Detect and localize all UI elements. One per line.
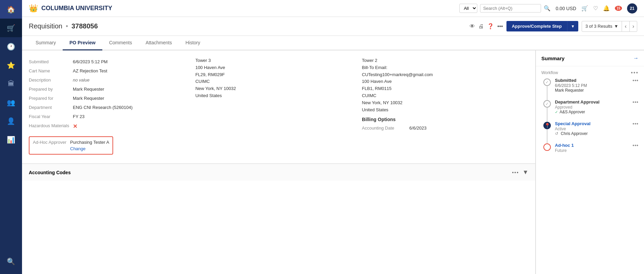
description-row: Description no value [29,75,189,85]
sidebar-item-star[interactable]: ⭐ [0,56,22,74]
sidebar-item-users[interactable]: 👥 [0,93,22,112]
cart-price: 0.00 USD [556,6,576,11]
cart-name-label: Cart Name [29,68,73,73]
adhoc-approver-highlighted: Ad-Hoc Approver Purchasing Tester A Chan… [29,136,113,155]
tab-attachments[interactable]: Attachments [139,36,179,50]
workflow-label: Workflow [541,70,558,75]
timeline-content-dept-approval: Department Approval ••• Approved ✓ A&S A… [555,99,639,114]
timeline-node-submitted: ✓ [543,78,551,86]
adhoc-change-link[interactable]: Change [70,146,109,151]
bill-to-line5: United States [362,107,522,114]
ship-to-tower: Tower 3 [195,57,355,64]
dept-approval-more-icon[interactable]: ••• [632,99,639,105]
timeline-content-adhoc1: Ad-hoc 1 ••• Future [555,143,639,153]
main-wrapper: 👑 COLUMBIA UNIVERSITY All 🔍 0.00 USD 🛒 ♡… [22,0,644,274]
info-col-bill-to: Tower 2 Bill-To Email: CUTesting100+mark… [362,57,528,157]
workflow-header: Workflow ••• [541,66,639,78]
approve-dropdown-button[interactable]: ▼ [567,21,578,31]
content-area: Submitted 6/6/2023 5:12 PM Cart Name AZ … [22,50,644,274]
adhoc1-more-icon[interactable]: ••• [632,143,639,148]
heart-icon[interactable]: ♡ [593,5,598,12]
bill-to-tower: Tower 2 [362,57,522,64]
ship-to-line4: New York, NY 10032 [195,85,355,92]
page-title: Requisition • 3788056 [29,22,98,30]
sidebar-item-cart[interactable]: 🛒 [0,19,22,37]
workflow-more-options-icon[interactable]: ••• [631,70,639,76]
title-dot: • [66,22,68,30]
ship-to-line1: 100 Haven Ave [195,64,355,71]
page-header-actions: 👁 🖨 ❓ ••• Approve/Complete Step ▼ 3 of 3… [470,21,637,32]
ship-to-address: Tower 3 100 Haven Ave FL29, RM029F CUIMC… [195,57,355,99]
prepared-for-label: Prepared for [29,96,73,101]
timeline-node-adhoc1 [543,143,551,151]
tab-comments[interactable]: Comments [102,36,139,50]
description-value: no value [73,77,89,83]
dept-approval-person: ✓ A&S Approver [555,110,639,114]
special-approval-person-icon: ↺ [555,131,558,136]
accounting-chevron-down-icon[interactable]: ▼ [522,169,528,176]
cart-icon[interactable]: 🛒 [581,5,588,12]
dept-approval-status: Approved [555,105,639,110]
hazardous-value: ✕ [73,123,77,130]
print-icon[interactable]: 🖨 [478,23,484,29]
accounting-date-label: Accounting Date [362,125,402,131]
help-icon[interactable]: ❓ [487,23,494,29]
tab-po-preview[interactable]: PO Preview [63,36,102,50]
notification-icon[interactable]: 🔔 [603,5,610,12]
accounting-date-row: Accounting Date 6/6/2023 [362,125,522,131]
approve-complete-button[interactable]: Approve/Complete Step [506,21,567,31]
hazardous-label: Hazardous Materials [29,123,73,128]
adhoc-approver-row: Ad-Hoc Approver Purchasing Tester A Chan… [29,134,189,157]
adhoc1-status: Future [555,148,639,153]
more-options-icon[interactable]: ••• [497,23,503,29]
tab-summary[interactable]: Summary [29,36,63,50]
page-header: Requisition • 3788056 👁 🖨 ❓ ••• Approve/… [22,17,644,36]
hazardous-row: Hazardous Materials ✕ [29,121,189,132]
adhoc-label: Ad-Hoc Approver [33,140,67,145]
search-icon[interactable]: 🔍 [544,5,550,12]
tab-history[interactable]: History [179,36,207,50]
submitted-more-icon[interactable]: ••• [632,78,639,83]
timeline-node-special-approval: 📍 [543,122,551,129]
page-title-text: Requisition [29,22,62,30]
special-approval-step-title: Special Approval [555,121,590,127]
requisition-details-card: Submitted 6/6/2023 5:12 PM Cart Name AZ … [22,50,535,164]
billing-options-title: Billing Options [362,117,522,122]
sidebar-item-clock[interactable]: 🕐 [0,37,22,56]
summary-panel: Summary → Workflow ••• ✓ [536,50,644,274]
department-row: Department ENG CNI Research (5260104) [29,103,189,112]
search-scope-dropdown[interactable]: All [459,4,477,13]
user-avatar[interactable]: 21 [627,3,637,14]
special-approval-more-icon[interactable]: ••• [632,121,639,127]
fiscal-year-value: FY 23 [73,114,84,119]
sidebar-item-chart[interactable]: 📊 [0,130,22,149]
sidebar-item-home[interactable]: 🏠 [0,0,22,19]
results-prev-button[interactable]: ‹ [622,21,629,31]
search-input[interactable] [480,4,541,13]
results-next-button[interactable]: › [629,21,637,31]
workflow-section: Workflow ••• ✓ Submitted ••• [536,66,644,158]
accounting-more-options-icon[interactable]: ••• [512,170,519,175]
top-navigation: 👑 COLUMBIA UNIVERSITY All 🔍 0.00 USD 🛒 ♡… [22,0,644,17]
results-dropdown-icon[interactable]: ▼ [614,24,618,29]
special-approval-status: Active [555,127,639,131]
timeline-content-submitted: Submitted ••• 6/6/2023 5:12 PM Mark Requ… [555,78,639,93]
summary-expand-icon[interactable]: → [633,55,639,61]
sidebar-item-search[interactable]: 🔍 [0,252,22,271]
results-label: 3 of 3 Results ▼ [582,22,622,31]
top-nav-right: All 🔍 0.00 USD 🛒 ♡ 🔔 15 21 [459,3,637,14]
prepared-for-value: Mark Requester [73,96,104,101]
submitted-value: 6/6/2023 5:12 PM [73,59,108,64]
department-value: ENG CNI Research (5260104) [73,105,132,110]
submitted-check-icon: ✓ [545,80,549,85]
dept-approval-step-title: Department Approval [555,99,600,105]
notification-badge: 15 [615,6,622,11]
logo: 👑 COLUMBIA UNIVERSITY [29,4,459,13]
eye-icon[interactable]: 👁 [470,23,475,29]
sidebar-item-building[interactable]: 🏛 [0,74,22,93]
timeline-content-special-approval: Special Approval ••• Active ↺ Chris Appr… [555,121,639,136]
sidebar-item-person-settings[interactable]: 👤 [0,112,22,130]
workflow-timeline: ✓ Submitted ••• 6/6/2023 5:12 PM Mark Re… [541,78,639,153]
timeline-item-special-approval: 📍 Special Approval ••• Active ↺ Chris [555,121,639,143]
billing-options-section: Billing Options Accounting Date 6/6/2023 [362,113,522,131]
